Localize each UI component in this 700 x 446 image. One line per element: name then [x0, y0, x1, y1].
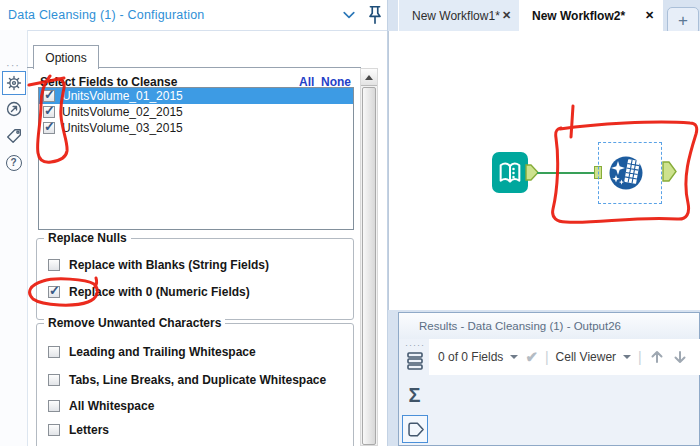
rail-handle-dots: ···	[6, 59, 20, 71]
configuration-gear-button[interactable]	[2, 71, 26, 95]
apply-check-icon[interactable]: ✔	[525, 348, 538, 366]
navigation-button[interactable]	[4, 99, 23, 118]
cell-viewer-label: Cell Viewer	[556, 350, 616, 364]
tab-label: New Workflow1*	[412, 9, 500, 23]
fields-listbox: UnitsVolume_01_2015 UnitsVolume_02_2015 …	[38, 87, 354, 230]
fields-dropdown-caret-icon[interactable]	[510, 355, 518, 359]
results-rows-button[interactable]	[404, 349, 425, 373]
tabs-linebreaks-checkbox[interactable]	[48, 374, 60, 386]
tab-new-workflow2[interactable]: New Workflow2* ✕	[519, 0, 663, 31]
remove-unwanted-label: Remove Unwanted Characters	[44, 316, 225, 330]
configuration-title: Data Cleansing (1) - Configuration	[8, 8, 204, 22]
replace-nulls-group	[36, 238, 354, 320]
help-button[interactable]: ?	[4, 153, 23, 172]
config-scrollbar[interactable]	[360, 68, 378, 446]
connection-line	[537, 172, 595, 174]
letters-label: Letters	[69, 423, 109, 437]
tab-options-label: Options	[45, 51, 86, 65]
results-toolbar: 0 of 0 Fields ✔ | Cell Viewer |	[429, 339, 700, 375]
leading-trailing-checkbox[interactable]	[48, 346, 60, 358]
scrollbar-up-button[interactable]	[361, 69, 377, 86]
results-summary-button[interactable]: Σ	[404, 383, 425, 407]
leading-trailing-label: Leading and Trailing Whitespace	[69, 345, 256, 359]
field-name: UnitsVolume_01_2015	[62, 89, 183, 103]
share-arrow-icon	[5, 100, 23, 118]
input-data-book-icon	[496, 158, 524, 188]
alteryx-designer-window: Data Cleansing (1) - Configuration ···	[0, 0, 700, 446]
close-tab-icon[interactable]: ✕	[645, 9, 654, 22]
field-row[interactable]: UnitsVolume_02_2015	[39, 104, 353, 120]
results-panel: Results - Data Cleansing (1) - Output26 …	[398, 312, 700, 446]
replace-blanks-label: Replace with Blanks (String Fields)	[69, 258, 269, 272]
data-cleansing-icon	[606, 153, 646, 193]
toolbar-divider: |	[638, 349, 642, 365]
cleansing-output-anchor[interactable]	[662, 161, 677, 182]
results-metadata-button[interactable]	[402, 415, 428, 443]
arrow-down-icon[interactable]	[672, 349, 688, 365]
replace-nulls-label: Replace Nulls	[44, 231, 131, 245]
tab-new-workflow1[interactable]: New Workflow1* ✕	[398, 0, 520, 31]
sigma-icon: Σ	[408, 385, 420, 405]
arrow-up-icon[interactable]	[649, 349, 665, 365]
pentagon-icon	[406, 420, 425, 439]
tag-icon	[5, 127, 23, 145]
workflow-canvas[interactable]	[388, 31, 700, 310]
data-cleansing-tool[interactable]	[606, 153, 646, 193]
tab-label: New Workflow2*	[532, 9, 625, 23]
replace-zero-checkbox[interactable]	[48, 286, 60, 298]
replace-zero-label: Replace with 0 (Numeric Fields)	[69, 285, 250, 299]
cell-viewer-caret-icon[interactable]	[623, 355, 631, 359]
scrollbar-thumb[interactable]	[362, 87, 376, 445]
toolbar-divider: |	[545, 349, 549, 365]
replace-blanks-checkbox[interactable]	[48, 259, 60, 271]
fields-summary: 0 of 0 Fields	[438, 350, 503, 364]
configuration-panel: Data Cleansing (1) - Configuration ···	[0, 0, 388, 446]
field-checkbox[interactable]	[43, 122, 55, 134]
workflow-tab-bar: New Workflow1* ✕ New Workflow2* ✕ +	[388, 0, 700, 31]
all-whitespace-checkbox[interactable]	[48, 400, 60, 412]
question-icon: ?	[6, 155, 22, 171]
configuration-header: Data Cleansing (1) - Configuration	[0, 0, 387, 31]
tab-options[interactable]: Options	[33, 45, 99, 69]
plus-icon: +	[678, 11, 688, 31]
pin-icon[interactable]	[365, 4, 385, 26]
config-side-rail: ···	[0, 30, 28, 446]
chevron-down-icon[interactable]	[341, 8, 357, 22]
results-title: Results - Data Cleansing (1) - Output26	[419, 320, 621, 332]
scroll-up-arrow-icon	[365, 75, 373, 80]
tabs-linebreaks-label: Tabs, Line Breaks, and Duplicate Whitesp…	[69, 373, 326, 387]
field-row[interactable]: UnitsVolume_03_2015	[39, 120, 353, 136]
annotation-button[interactable]	[4, 126, 23, 145]
field-checkbox[interactable]	[43, 90, 55, 102]
rows-icon	[406, 351, 424, 371]
close-tab-icon[interactable]: ✕	[502, 9, 511, 22]
field-name: UnitsVolume_03_2015	[62, 121, 183, 135]
field-row[interactable]: UnitsVolume_01_2015	[39, 88, 353, 104]
results-side-rail: ····· Σ	[399, 339, 429, 445]
gear-icon	[5, 74, 23, 92]
input-data-tool[interactable]	[492, 152, 528, 193]
field-checkbox[interactable]	[43, 106, 55, 118]
all-whitespace-label: All Whitespace	[69, 399, 154, 413]
field-name: UnitsVolume_02_2015	[62, 105, 183, 119]
letters-checkbox[interactable]	[48, 424, 60, 436]
results-header: Results - Data Cleansing (1) - Output26	[399, 313, 699, 340]
